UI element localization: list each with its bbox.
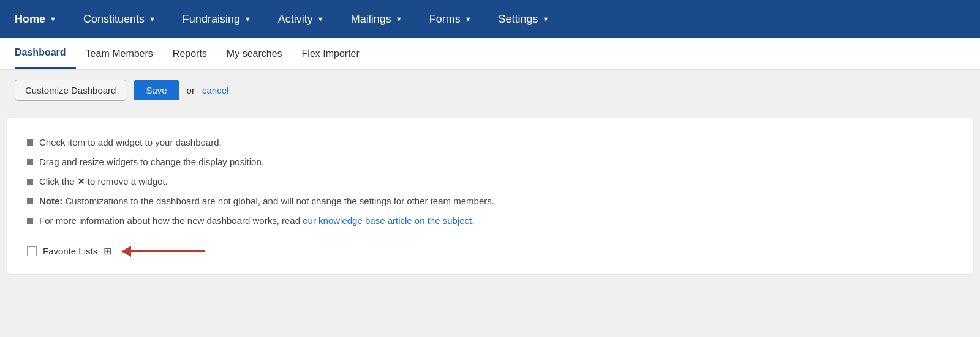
knowledge-base-link[interactable]: our knowledge base article on the subjec… bbox=[303, 215, 472, 226]
nav-mailings[interactable]: Mailings ▼ bbox=[337, 13, 416, 26]
nav-home[interactable]: Home ▼ bbox=[15, 13, 70, 26]
instruction-text-1: Check item to add widget to your dashboa… bbox=[39, 135, 222, 150]
subnav-dashboard[interactable]: Dashboard bbox=[15, 38, 76, 69]
nav-mailings-chevron-icon: ▼ bbox=[396, 15, 402, 23]
bullet-icon bbox=[27, 139, 33, 146]
favorite-lists-label: Favorite Lists bbox=[43, 246, 97, 256]
nav-constituents-label: Constituents bbox=[83, 13, 145, 26]
nav-home-chevron-icon: ▼ bbox=[50, 15, 56, 23]
subnav-my-searches-label: My searches bbox=[227, 48, 282, 59]
nav-settings-label: Settings bbox=[499, 13, 538, 26]
grid-icon: ⊞ bbox=[104, 245, 111, 257]
subnav-flex-importer-label: Flex Importer bbox=[302, 48, 360, 59]
subnav-my-searches[interactable]: My searches bbox=[217, 38, 292, 69]
save-button[interactable]: Save bbox=[134, 80, 179, 100]
instruction-item-2: Drag and resize widgets to change the di… bbox=[27, 155, 953, 169]
nav-constituents-chevron-icon: ▼ bbox=[149, 15, 156, 23]
bullet-icon bbox=[27, 198, 33, 204]
instructions-list: Check item to add widget to your dashboa… bbox=[27, 135, 953, 228]
subnav-team-members[interactable]: Team Members bbox=[76, 38, 163, 69]
bullet-icon bbox=[27, 218, 33, 224]
nav-settings-chevron-icon: ▼ bbox=[543, 15, 549, 23]
nav-fundraising-chevron-icon: ▼ bbox=[244, 15, 251, 23]
instruction-item-4: Note: Customizations to the dashboard ar… bbox=[27, 194, 953, 209]
nav-settings[interactable]: Settings ▼ bbox=[485, 13, 563, 26]
instruction-text-2: Drag and resize widgets to change the di… bbox=[39, 155, 264, 169]
nav-forms[interactable]: Forms ▼ bbox=[416, 13, 485, 26]
nav-fundraising[interactable]: Fundraising ▼ bbox=[169, 13, 265, 26]
instruction-text-3: Click the ✕ to remove a widget. bbox=[39, 174, 168, 189]
instruction-item-5: For more information about how the new d… bbox=[27, 213, 953, 228]
instruction-text-4: Note: Customizations to the dashboard ar… bbox=[39, 194, 494, 209]
instruction-item-3: Click the ✕ to remove a widget. bbox=[27, 174, 953, 189]
favorite-lists-checkbox[interactable] bbox=[27, 246, 37, 256]
nav-mailings-label: Mailings bbox=[351, 13, 391, 26]
bullet-icon bbox=[27, 179, 33, 185]
bullet-icon bbox=[27, 159, 33, 165]
or-text: or bbox=[187, 85, 195, 95]
subnav-flex-importer[interactable]: Flex Importer bbox=[292, 38, 369, 69]
customize-dashboard-button[interactable]: Customize Dashboard bbox=[15, 80, 126, 101]
arrow-indicator bbox=[123, 246, 205, 257]
instruction-text-5: For more information about how the new d… bbox=[39, 213, 474, 228]
arrow-head-icon bbox=[121, 246, 131, 257]
sub-nav: Dashboard Team Members Reports My search… bbox=[0, 38, 980, 70]
top-nav: Home ▼ Constituents ▼ Fundraising ▼ Acti… bbox=[0, 0, 980, 38]
subnav-team-members-label: Team Members bbox=[86, 48, 153, 59]
nav-activity-label: Activity bbox=[278, 13, 313, 26]
nav-home-label: Home bbox=[15, 13, 45, 26]
instruction-item-1: Check item to add widget to your dashboa… bbox=[27, 135, 953, 150]
nav-activity[interactable]: Activity ▼ bbox=[265, 13, 337, 26]
toolbar: Customize Dashboard Save or cancel bbox=[0, 70, 980, 111]
nav-constituents[interactable]: Constituents ▼ bbox=[70, 13, 169, 26]
arrow-line bbox=[131, 250, 205, 252]
nav-forms-label: Forms bbox=[429, 13, 461, 26]
favorite-lists-widget-row: Favorite Lists ⊞ bbox=[27, 245, 953, 257]
subnav-dashboard-label: Dashboard bbox=[15, 47, 66, 58]
nav-fundraising-label: Fundraising bbox=[183, 13, 240, 26]
nav-activity-chevron-icon: ▼ bbox=[317, 15, 324, 23]
content-panel: Check item to add widget to your dashboa… bbox=[7, 118, 973, 274]
cancel-link[interactable]: cancel bbox=[202, 85, 228, 95]
subnav-reports-label: Reports bbox=[173, 48, 207, 59]
nav-forms-chevron-icon: ▼ bbox=[465, 15, 472, 23]
subnav-reports[interactable]: Reports bbox=[163, 38, 217, 69]
